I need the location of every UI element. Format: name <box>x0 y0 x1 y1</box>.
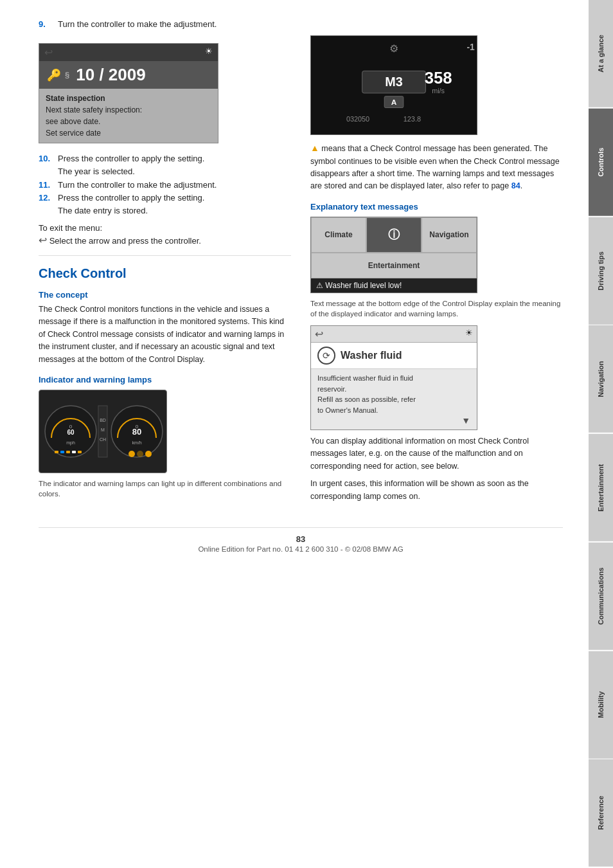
svg-text:M: M <box>101 428 105 432</box>
info-cell: ⓘ <box>366 217 422 253</box>
step-12-sub: The date entry is stored. <box>58 206 291 215</box>
indicator-caption: The indicator and warning lamps can ligh… <box>39 478 291 499</box>
menu-item-1: State inspection <box>46 93 211 104</box>
step-10: 10. Press the controller to apply the se… <box>39 154 291 163</box>
explanatory-caption: Text message at the bottom edge of the C… <box>310 298 563 319</box>
washer-fluid-icon: ⟳ <box>317 347 335 365</box>
step-9-text: Turn the controller to make the adjustme… <box>58 19 217 29</box>
footer-text: Online Edition for Part no. 01 41 2 600 … <box>198 545 403 553</box>
svg-text:-1: -1 <box>467 42 475 52</box>
svg-text:mi/s: mi/s <box>432 87 445 95</box>
urgent-info-text: In urgent cases, this information will b… <box>310 478 563 503</box>
screen-date-display: 🔑 § 10 / 2009 <box>39 61 218 89</box>
svg-text:A: A <box>391 98 397 107</box>
m3-screen: ⚙ -1 M3 A 358 mi/s 032050 123.8 <box>310 35 477 135</box>
step-12-text: Press the controller to apply the settin… <box>58 193 204 203</box>
warning-triangle-icon: ▲ <box>310 143 319 153</box>
warning-intro-text: ▲ means that a Check Control message has… <box>310 141 563 193</box>
washer-brightness-icon: ☀ <box>465 328 473 340</box>
step-11-text: Turn the controller to make the adjustme… <box>58 180 217 190</box>
exit-label: To exit the menu: <box>39 223 291 233</box>
step-10-sub: The year is selected. <box>58 167 291 176</box>
sidebar-tab-entertainment[interactable]: Entertainment <box>589 434 613 541</box>
washer-screen-title: ⟳ Washer fluid <box>311 343 477 369</box>
washer-screen-body: Insufficient washer fluid in fluid reser… <box>311 369 477 429</box>
page-ref-link: 84 <box>511 181 520 190</box>
entertainment-cell: Entertainment <box>311 253 477 278</box>
explanatory-heading: Explanatory text messages <box>310 202 563 212</box>
svg-text:mph: mph <box>66 440 75 446</box>
right-col-top: ⚙ -1 M3 A 358 mi/s 032050 123.8 <box>310 35 563 508</box>
sidebar-tab-driving-tips[interactable]: Driving tips <box>589 217 613 325</box>
step-12: 12. Press the controller to apply the se… <box>39 193 291 203</box>
warning-bar: ⚠ Washer fluid level low! <box>311 278 477 293</box>
svg-text:80: 80 <box>132 427 141 437</box>
svg-text:123.8: 123.8 <box>404 115 421 123</box>
calendar-icon: 🔑 <box>47 68 61 82</box>
step-9-number: 9. <box>39 19 58 29</box>
page-number: 83 <box>39 534 563 544</box>
svg-point-17 <box>129 451 135 457</box>
washer-back-icon: ↩ <box>315 328 323 340</box>
sidebar-tab-mobility[interactable]: Mobility <box>589 651 613 759</box>
back-arrow-icon: ↩ <box>44 46 53 59</box>
top-section: ↩ ☀ 🔑 § 10 / 2009 State inspection Next … <box>39 35 563 508</box>
concept-heading: The concept <box>39 290 291 300</box>
svg-text:km/h: km/h <box>132 440 141 445</box>
climate-cell: Climate <box>311 217 366 253</box>
svg-text:358: 358 <box>425 69 452 87</box>
nav-display: Climate ⓘ Navigation Entertainment ⚠ Was… <box>310 217 477 293</box>
exit-text: ↩ Select the arrow and press the control… <box>39 234 291 246</box>
indicator-heading: Indicator and warning lamps <box>39 375 291 384</box>
brightness-icon: ☀ <box>205 46 213 59</box>
date-screen-mockup: ↩ ☀ 🔑 § 10 / 2009 State inspection Next … <box>39 43 218 143</box>
screen-top-bar: ↩ ☀ <box>39 44 218 61</box>
svg-text:60: 60 <box>67 429 75 436</box>
step-9: 9. Turn the controller to make the adjus… <box>39 19 563 29</box>
concept-text: The Check Control monitors functions in … <box>39 303 291 366</box>
svg-text:CH: CH <box>100 437 106 442</box>
washer-line-2: reservoir. <box>317 384 470 395</box>
washer-line-3: Refill as soon as possible, refer <box>317 394 470 405</box>
main-content: 9. Turn the controller to make the adjus… <box>0 0 589 572</box>
step-11-number: 11. <box>39 180 58 190</box>
svg-text:BD: BD <box>100 418 106 422</box>
left-col-top: ↩ ☀ 🔑 § 10 / 2009 State inspection Next … <box>39 35 291 508</box>
section-icon: § <box>65 70 69 80</box>
svg-rect-4 <box>55 451 58 453</box>
washer-line-1: Insufficient washer fluid in fluid <box>317 373 470 384</box>
sidebar-tab-communications[interactable]: Communications <box>589 543 613 650</box>
scroll-indicator: ▼ <box>317 415 470 426</box>
washer-title-text: Washer fluid <box>341 350 402 361</box>
check-control-title: Check Control <box>39 266 291 281</box>
svg-rect-6 <box>66 451 70 453</box>
sidebar-tab-navigation[interactable]: Navigation <box>589 325 613 433</box>
section-divider <box>39 255 291 256</box>
date-value: 10 / 2009 <box>76 65 145 85</box>
menu-item-2: Next state safety inspection: <box>46 104 211 116</box>
page-footer: 83 Online Edition for Part no. 01 41 2 6… <box>39 527 563 553</box>
step-12-number: 12. <box>39 193 58 203</box>
step-11: 11. Turn the controller to make the adju… <box>39 180 291 190</box>
svg-rect-7 <box>72 451 76 453</box>
nav-row: Climate ⓘ Navigation <box>311 217 477 253</box>
step-10-text: Press the controller to apply the settin… <box>58 154 204 163</box>
steps-10-12: 10. Press the controller to apply the se… <box>39 154 291 215</box>
screen-menu: State inspection Next state safety inspe… <box>39 89 218 143</box>
sidebar-tab-reference[interactable]: Reference <box>589 759 613 867</box>
instrument-cluster-image: 0 60 mph BD M CH <box>39 390 167 473</box>
svg-point-18 <box>137 451 143 457</box>
back-arrow-icon-2: ↩ <box>39 235 47 246</box>
sidebar-tab-at-a-glance[interactable]: At a glance <box>589 0 613 107</box>
menu-item-4: Set service date <box>46 127 211 139</box>
svg-rect-5 <box>60 451 64 453</box>
washer-screen: ↩ ☀ ⟳ Washer fluid Insufficient washer f… <box>310 325 477 430</box>
sidebar-tab-controls[interactable]: Controls <box>589 109 613 216</box>
svg-text:⚙: ⚙ <box>389 43 398 54</box>
washer-screen-topbar: ↩ ☀ <box>311 326 477 343</box>
washer-line-4: to Owner's Manual. <box>317 405 470 416</box>
svg-rect-8 <box>78 451 82 453</box>
menu-item-3: see above date. <box>46 116 211 127</box>
navigation-cell: Navigation <box>422 217 477 253</box>
m3-display-svg: ⚙ -1 M3 A 358 mi/s 032050 123.8 <box>310 36 477 134</box>
